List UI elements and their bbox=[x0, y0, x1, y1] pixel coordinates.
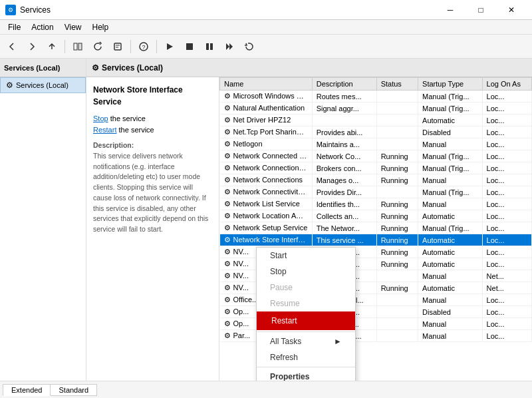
cell-startup: Manual bbox=[418, 174, 483, 186]
cell-logon: Loc... bbox=[482, 126, 531, 138]
menu-file[interactable]: File bbox=[3, 21, 26, 33]
table-row[interactable]: ⚙Network Setup Service The Networ... Run… bbox=[220, 222, 532, 234]
restart-service-button[interactable] bbox=[240, 37, 259, 56]
col-startup[interactable]: Startup Type bbox=[418, 78, 483, 91]
table-row[interactable]: ⚙Network Location Awareness Collects an.… bbox=[220, 210, 532, 222]
pause-service-button[interactable] bbox=[200, 37, 219, 56]
svg-text:?: ? bbox=[142, 44, 146, 51]
table-row[interactable]: ⚙Net Driver HPZ12 Automatic Loc... bbox=[220, 114, 532, 126]
cell-startup: Manual (Trig... bbox=[418, 222, 483, 234]
left-panel-header: Services (Local) bbox=[0, 59, 86, 77]
cell-status bbox=[376, 306, 418, 318]
cell-name: ⚙Network Store Interface S... bbox=[220, 234, 313, 246]
cell-logon: Loc... bbox=[482, 330, 531, 342]
maximize-button[interactable]: □ bbox=[466, 0, 496, 20]
cell-startup: Manual bbox=[418, 198, 483, 210]
cell-startup: Manual (Trig... bbox=[418, 150, 483, 162]
svg-rect-9 bbox=[206, 43, 209, 50]
properties-button[interactable] bbox=[108, 37, 127, 56]
cell-logon: Loc... bbox=[482, 318, 531, 330]
table-row[interactable]: ⚙Network Connections Manages o... Runnin… bbox=[220, 174, 532, 186]
main-layout: Services (Local) ⚙ Services (Local) ⚙ Se… bbox=[0, 59, 532, 381]
services-table-area: Name Description Status Startup Type Log… bbox=[219, 77, 532, 381]
menu-view[interactable]: View bbox=[59, 21, 87, 33]
svg-rect-8 bbox=[186, 43, 193, 50]
table-row[interactable]: ⚙Network Connectivity Assis... Provides … bbox=[220, 186, 532, 198]
cell-desc: Routes mes... bbox=[312, 91, 376, 102]
cell-name: ⚙Network Connections bbox=[220, 174, 313, 186]
cell-status bbox=[376, 102, 418, 114]
stop-service-button[interactable] bbox=[180, 37, 199, 56]
ctx-pause: Pause bbox=[257, 280, 355, 296]
menu-action[interactable]: Action bbox=[26, 21, 59, 33]
refresh-button[interactable] bbox=[88, 37, 107, 56]
table-row[interactable]: ⚙Natural Authentication Signal aggr... M… bbox=[220, 102, 532, 114]
ctx-refresh[interactable]: Refresh bbox=[257, 349, 355, 365]
col-name[interactable]: Name bbox=[220, 78, 313, 91]
cell-startup: Manual (Trig... bbox=[418, 91, 483, 102]
minimize-button[interactable]: ─ bbox=[435, 0, 466, 20]
stop-link[interactable]: Stop bbox=[93, 114, 108, 122]
svg-marker-12 bbox=[229, 43, 233, 50]
cell-startup: Manual bbox=[418, 330, 483, 342]
cell-logon: Loc... bbox=[482, 294, 531, 306]
cell-startup: Manual (Trig... bbox=[418, 162, 483, 174]
svg-rect-0 bbox=[74, 43, 77, 50]
close-button[interactable]: ✕ bbox=[496, 0, 527, 20]
cell-status: Running bbox=[376, 174, 418, 186]
forward-button[interactable] bbox=[23, 37, 41, 56]
up-button[interactable] bbox=[43, 37, 61, 56]
cell-status: Running bbox=[376, 222, 418, 234]
ctx-stop[interactable]: Stop bbox=[257, 264, 355, 280]
cell-status bbox=[376, 138, 418, 150]
table-row[interactable]: ⚙Network Connected Device... Network Co.… bbox=[220, 150, 532, 162]
table-row[interactable]: ⚙Network Store Interface S... This servi… bbox=[220, 234, 532, 246]
title-bar: ⚙ Services ─ □ ✕ bbox=[0, 0, 532, 20]
menu-help[interactable]: Help bbox=[87, 21, 114, 33]
svg-rect-10 bbox=[210, 43, 213, 50]
cell-logon: Loc... bbox=[482, 91, 531, 102]
table-row[interactable]: ⚙Net.Tcp Port Sharing Service Provides a… bbox=[220, 126, 532, 138]
cell-startup: Automatic bbox=[418, 282, 483, 294]
cell-status bbox=[376, 270, 418, 282]
table-row[interactable]: ⚙Network List Service Identifies th... R… bbox=[220, 198, 532, 210]
show-hide-tree-button[interactable] bbox=[68, 37, 87, 56]
help-button[interactable]: ? bbox=[134, 37, 153, 56]
ctx-properties[interactable]: Properties bbox=[257, 369, 355, 381]
table-row[interactable]: ⚙Netlogon Maintains a... Manual Loc... bbox=[220, 138, 532, 150]
col-desc[interactable]: Description bbox=[312, 78, 376, 91]
toolbar-sep-2 bbox=[130, 40, 131, 53]
back-button[interactable] bbox=[3, 37, 21, 56]
desc-text: This service delivers network notificati… bbox=[93, 152, 208, 233]
restart-link[interactable]: Restart bbox=[93, 126, 116, 134]
table-row[interactable]: ⚙Microsoft Windows SMS Ro... Routes mes.… bbox=[220, 91, 532, 102]
col-status[interactable]: Status bbox=[376, 78, 418, 91]
cell-logon: Loc... bbox=[482, 186, 531, 198]
table-row[interactable]: ⚙Network Connection Broker Brokers con..… bbox=[220, 162, 532, 174]
tab-standard[interactable]: Standard bbox=[50, 384, 97, 396]
ctx-sep-5 bbox=[257, 331, 355, 332]
resume-service-button[interactable] bbox=[220, 37, 239, 56]
ctx-restart[interactable]: Restart bbox=[257, 311, 355, 330]
cell-logon: Loc... bbox=[482, 150, 531, 162]
cell-startup: Automatic bbox=[418, 258, 483, 270]
start-service-button[interactable] bbox=[160, 37, 179, 56]
cell-name: ⚙Network List Service bbox=[220, 198, 313, 210]
menu-bar: File Action View Help bbox=[0, 20, 532, 35]
cell-name: ⚙Net.Tcp Port Sharing Service bbox=[220, 126, 313, 138]
cell-startup: Automatic bbox=[418, 234, 483, 246]
cell-startup: Disabled bbox=[418, 126, 483, 138]
tab-extended[interactable]: Extended bbox=[3, 384, 51, 396]
cell-startup: Manual bbox=[418, 270, 483, 282]
cell-logon: Loc... bbox=[482, 234, 531, 246]
services-local-item[interactable]: ⚙ Services (Local) bbox=[0, 77, 86, 93]
cell-logon: Net... bbox=[482, 282, 531, 294]
col-logon[interactable]: Log On As bbox=[482, 78, 531, 91]
ctx-alltasks[interactable]: All Tasks► bbox=[257, 333, 355, 349]
title-text: Services bbox=[20, 5, 51, 15]
right-panel-header: ⚙ Services (Local) bbox=[86, 59, 532, 77]
ctx-start[interactable]: Start bbox=[257, 248, 355, 264]
services-icon: ⚙ bbox=[6, 81, 13, 90]
svg-rect-2 bbox=[114, 43, 121, 50]
cell-startup: Manual (Trig... bbox=[418, 186, 483, 198]
